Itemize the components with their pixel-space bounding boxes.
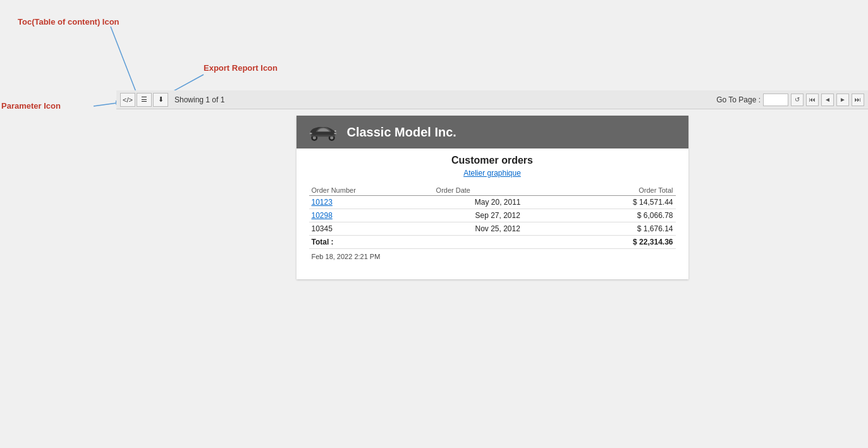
toc-icon: ☰ (141, 95, 147, 104)
svg-line-0 (111, 27, 139, 100)
svg-rect-7 (334, 133, 336, 135)
next-page-button[interactable]: ► (836, 94, 849, 106)
car-icon (307, 121, 339, 143)
orders-table: Order Number Order Date Order Total 1012… (309, 185, 676, 249)
table-header-row: Order Number Order Date Order Total (309, 185, 676, 196)
table-row: 10123May 20, 2011$ 14,571.44 (309, 196, 676, 209)
parameter-icon: </> (123, 96, 133, 104)
svg-point-10 (334, 130, 336, 132)
table-row: 10345Nov 25, 2012$ 1,676.14 (309, 222, 676, 236)
order-date-cell: Sep 27, 2012 (434, 209, 562, 222)
total-value: $ 22,314.36 (562, 236, 676, 249)
order-total-cell: $ 14,571.44 (562, 196, 676, 209)
total-row: Total :$ 22,314.36 (309, 236, 676, 249)
col-order-date: Order Date (434, 185, 562, 196)
first-page-button[interactable]: ⏮ (806, 94, 819, 106)
toolbar: </> ☰ ⬇ Showing 1 of 1 Go To Page : ↺ ⏮ … (116, 90, 868, 109)
report-container: </> ☰ ⬇ Showing 1 of 1 Go To Page : ↺ ⏮ … (116, 90, 868, 448)
report-content: Classic Model Inc. Customer orders Ateli… (296, 116, 688, 279)
order-number-cell: 10345 (309, 222, 434, 236)
refresh-button[interactable]: ↺ (791, 94, 804, 106)
col-order-number: Order Number (309, 185, 434, 196)
last-page-button[interactable]: ⏭ (852, 94, 864, 106)
report-timestamp: Feb 18, 2022 2:21 PM (309, 253, 676, 260)
report-header: Classic Model Inc. (296, 116, 688, 148)
order-number-cell[interactable]: 10123 (309, 196, 434, 209)
showing-text: Showing 1 of 1 (174, 95, 224, 104)
svg-point-6 (330, 136, 333, 140)
goto-label: Go To Page : (716, 95, 761, 104)
order-total-cell: $ 1,676.14 (562, 222, 676, 236)
svg-rect-8 (309, 133, 312, 135)
order-number-cell[interactable]: 10298 (309, 209, 434, 222)
table-row: 10298Sep 27, 2012$ 6,066.78 (309, 209, 676, 222)
param-annotation-label: Parameter Icon (1, 101, 61, 111)
svg-point-4 (312, 136, 315, 140)
total-label: Total : (309, 236, 434, 249)
export-annotation-label: Export Report Icon (204, 63, 278, 73)
toc-icon-button[interactable]: ☰ (137, 93, 152, 107)
order-total-cell: $ 6,066.78 (562, 209, 676, 222)
company-name: Classic Model Inc. (347, 125, 456, 140)
export-icon: ⬇ (158, 95, 164, 104)
report-title: Customer orders (309, 155, 676, 166)
total-date-empty (434, 236, 562, 249)
order-date-cell: Nov 25, 2012 (434, 222, 562, 236)
toolbar-right: Go To Page : ↺ ⏮ ◄ ► ⏭ (716, 94, 864, 106)
export-icon-button[interactable]: ⬇ (153, 93, 168, 107)
col-order-total: Order Total (562, 185, 676, 196)
goto-input[interactable] (763, 94, 788, 106)
parameter-icon-button[interactable]: </> (120, 93, 135, 107)
prev-page-button[interactable]: ◄ (821, 94, 834, 106)
order-date-cell: May 20, 2011 (434, 196, 562, 209)
toc-annotation-label: Toc(Table of content) Icon (18, 17, 119, 27)
report-body: Customer orders Atelier graphique Order … (296, 148, 688, 267)
report-subtitle: Atelier graphique (309, 169, 676, 178)
svg-rect-9 (311, 135, 335, 137)
